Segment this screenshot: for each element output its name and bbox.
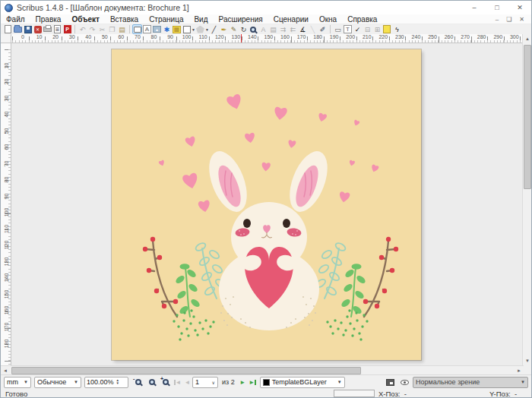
last-page-button[interactable]: ► xyxy=(248,377,258,388)
zoom-out-button[interactable]: - xyxy=(131,377,144,388)
hruler-number: 240 xyxy=(412,34,421,39)
save-document-button[interactable] xyxy=(23,24,33,34)
ruler-origin-box[interactable] xyxy=(1,34,11,43)
eye-dropper-button[interactable]: ✐ xyxy=(318,24,328,34)
scroll-down-arrow[interactable]: ▼ xyxy=(523,356,532,365)
mdi-restore-button[interactable]: ❏ xyxy=(502,16,515,23)
open-document-button[interactable] xyxy=(13,24,23,34)
vertical-scroll-thumb[interactable] xyxy=(524,45,531,189)
pdf-text-annotation-button[interactable] xyxy=(382,24,392,34)
pdf-text-field-button[interactable]: T xyxy=(343,24,353,34)
zoom-in-button[interactable]: + xyxy=(159,377,172,388)
eye-dropper-icon: ✐ xyxy=(320,26,326,33)
menu-Вставка[interactable]: Вставка xyxy=(105,15,144,24)
hruler-number: 120 xyxy=(215,34,224,39)
close-button[interactable]: ✕ xyxy=(508,1,531,14)
select-item-button[interactable] xyxy=(132,24,142,34)
new-document-button[interactable] xyxy=(3,24,13,34)
pdf-list-box-button[interactable]: ⊞ xyxy=(372,24,382,34)
previous-page-button[interactable]: ◄ xyxy=(182,377,192,388)
cut-button[interactable]: ✂ xyxy=(97,24,107,34)
horizontal-scrollbar[interactable]: ◄ ► xyxy=(1,365,524,374)
menu-Справка[interactable]: Справка xyxy=(342,15,382,24)
export-pdf-button[interactable]: P xyxy=(62,24,72,34)
menu-Окна[interactable]: Окна xyxy=(314,15,342,24)
magnifier-minus-icon xyxy=(135,379,141,385)
insert-line-button[interactable]: ╱ xyxy=(209,24,219,34)
insert-table-button[interactable]: ▦ xyxy=(172,24,182,34)
pdf-link-annotation-button[interactable]: ϟ xyxy=(392,24,402,34)
insert-freehand-line-button[interactable]: ✎ xyxy=(229,24,239,34)
insert-render-frame-button[interactable]: ✱ xyxy=(162,24,172,34)
chevron-down-icon: ▼ xyxy=(71,380,78,384)
insert-image-frame-button[interactable]: ▴ xyxy=(152,24,162,34)
page-number-combo[interactable]: 1∨ xyxy=(192,377,218,388)
preview-mode-button[interactable] xyxy=(398,377,410,388)
hruler-number: 30 xyxy=(69,34,75,39)
hruler-number: 90 xyxy=(167,34,173,39)
document-page[interactable] xyxy=(112,49,421,360)
pdf-combo-box-icon: ⊟ xyxy=(365,26,371,33)
zoom-100-button[interactable] xyxy=(145,377,158,388)
close-document-button[interactable]: ✕ xyxy=(33,24,43,34)
mdi-close-button[interactable]: ✕ xyxy=(515,16,528,23)
preflight-verifier-button[interactable]: ≣ xyxy=(52,24,62,34)
paste-button[interactable]: ▤ xyxy=(117,24,127,34)
mdi-minimize-button[interactable]: – xyxy=(492,16,502,23)
maximize-button[interactable]: □ xyxy=(486,1,508,14)
menu-Вид[interactable]: Вид xyxy=(188,15,213,24)
undo-button[interactable]: ↶ xyxy=(78,24,87,34)
vruler-number: 90 xyxy=(4,191,9,201)
link-text-frames-icon: ⇉ xyxy=(280,26,287,33)
menu-Объект[interactable]: Объект xyxy=(66,15,105,24)
insert-text-frame-button[interactable]: A xyxy=(142,24,152,34)
canvas-workspace[interactable] xyxy=(11,43,524,365)
layer-combo[interactable]: TemplateBGLayer▼ xyxy=(260,377,345,388)
spinner-arrows-icon[interactable]: ▲▼ xyxy=(116,379,119,386)
copy-button[interactable]: ❐ xyxy=(107,24,117,34)
copy-item-properties-button[interactable]: ╲ xyxy=(308,24,318,34)
insert-text-frame-icon: A xyxy=(143,25,151,33)
pdf-push-button-button[interactable]: ▭ xyxy=(333,24,343,34)
horizontal-ruler[interactable]: 0102030405060708090100110120130140150160… xyxy=(11,34,524,43)
edit-text-story-editor-button[interactable]: ▤ xyxy=(268,24,278,34)
vertical-ruler[interactable]: 1020304050607080901001101201301401501601… xyxy=(1,43,11,365)
menu-bar: ФайлПравкаОбъектВставкаСтраницаВидРасшир… xyxy=(1,14,531,24)
next-page-button[interactable]: ► xyxy=(238,377,248,388)
vertical-scrollbar[interactable]: ▲ ▼ xyxy=(522,34,531,365)
menu-Правка[interactable]: Правка xyxy=(30,15,67,24)
edit-contents-button[interactable]: A xyxy=(258,24,268,34)
menu-file[interactable]: Файл xyxy=(1,15,30,24)
horizontal-scroll-thumb[interactable] xyxy=(11,367,361,374)
menu-Расширения[interactable]: Расширения xyxy=(214,15,268,24)
zoom-tool-button[interactable] xyxy=(249,24,258,34)
print-document-button[interactable] xyxy=(43,24,52,34)
pdf-checkbox-button[interactable]: ✓ xyxy=(353,24,363,34)
minimize-button[interactable]: – xyxy=(463,1,486,14)
rotate-item-button[interactable]: ↻ xyxy=(239,24,249,34)
close-document-icon: ✕ xyxy=(34,26,42,33)
hruler-number: 130 xyxy=(231,34,240,39)
display-quality-combo[interactable]: Обычное▼ xyxy=(34,377,81,388)
unlink-text-frames-button[interactable]: ⇇ xyxy=(288,24,298,34)
hruler-number: 270 xyxy=(461,34,470,39)
insert-bezier-curve-button[interactable]: ✒ xyxy=(219,24,229,34)
measurements-button[interactable]: ∡ xyxy=(298,24,308,34)
link-text-frames-button[interactable]: ⇉ xyxy=(278,24,288,34)
vision-simulation-combo[interactable]: Нормальное зрение▼ xyxy=(413,377,528,388)
unit-combo[interactable]: mm▼ xyxy=(4,377,31,388)
scroll-up-arrow[interactable]: ▲ xyxy=(523,34,532,43)
vruler-number: 120 xyxy=(4,241,9,250)
pdf-combo-box-button[interactable]: ⊟ xyxy=(363,24,372,34)
zoom-level-spinner[interactable]: 100.00% ▲▼ xyxy=(84,377,128,388)
toggle-images-button[interactable] xyxy=(384,377,396,388)
insert-polygon-button[interactable] xyxy=(195,24,205,34)
y-position-value: - xyxy=(515,390,517,398)
zoom-value: 100.00% xyxy=(87,378,114,386)
x-position-label: X-Поз: - xyxy=(378,390,407,398)
menu-Сценарии[interactable]: Сценарии xyxy=(268,15,314,24)
first-page-button[interactable]: ◄ xyxy=(173,377,182,388)
redo-button[interactable]: ↷ xyxy=(87,24,97,34)
menu-Страница[interactable]: Страница xyxy=(144,15,188,24)
insert-shape-button[interactable] xyxy=(182,24,192,34)
